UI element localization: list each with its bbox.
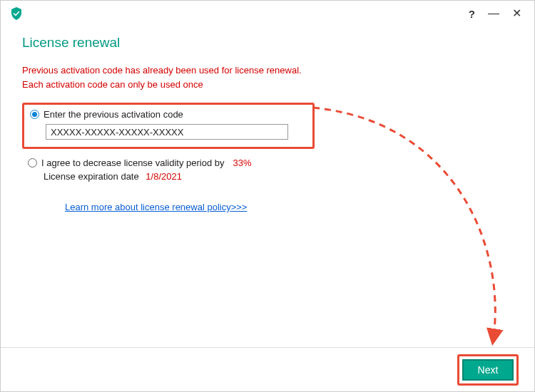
minimize-button[interactable]: — bbox=[488, 8, 499, 19]
error-message: Previous activation code has already bee… bbox=[22, 63, 513, 91]
policy-link-row: Learn more about license renewal policy>… bbox=[65, 202, 513, 212]
radio-enter-code-label: Enter the previous activation code bbox=[44, 109, 183, 120]
titlebar-left bbox=[9, 6, 24, 21]
option-decrease-validity[interactable]: I agree to decrease license validity per… bbox=[22, 153, 513, 189]
expiration-label: License expiration date bbox=[44, 171, 139, 182]
radio-enter-code[interactable] bbox=[30, 110, 39, 119]
error-line-2: Each activation code can only be used on… bbox=[22, 79, 203, 90]
error-line-1: Previous activation code has already bee… bbox=[22, 65, 302, 76]
option-enter-code[interactable]: Enter the previous activation code bbox=[22, 103, 315, 149]
titlebar: ? — ✕ bbox=[1, 1, 534, 26]
license-renewal-window: ? — ✕ License renewal Previous activatio… bbox=[0, 0, 535, 392]
radio-decrease-label: I agree to decrease license validity per… bbox=[41, 158, 225, 168]
help-button[interactable]: ? bbox=[469, 9, 475, 19]
next-button[interactable]: Next bbox=[462, 359, 514, 381]
learn-more-link[interactable]: Learn more about license renewal policy>… bbox=[65, 202, 247, 212]
close-button[interactable]: ✕ bbox=[512, 8, 521, 19]
footer: Next bbox=[1, 347, 534, 391]
content-area: License renewal Previous activation code… bbox=[1, 26, 534, 347]
page-title: License renewal bbox=[22, 35, 513, 51]
next-button-highlight: Next bbox=[457, 354, 519, 386]
titlebar-controls: ? — ✕ bbox=[469, 8, 529, 19]
radio-decrease-validity[interactable] bbox=[28, 158, 37, 167]
activation-code-input[interactable] bbox=[46, 124, 288, 140]
decrease-percent: 33% bbox=[233, 158, 252, 168]
shield-icon bbox=[9, 6, 24, 21]
expiration-date: 1/8/2021 bbox=[146, 171, 182, 182]
